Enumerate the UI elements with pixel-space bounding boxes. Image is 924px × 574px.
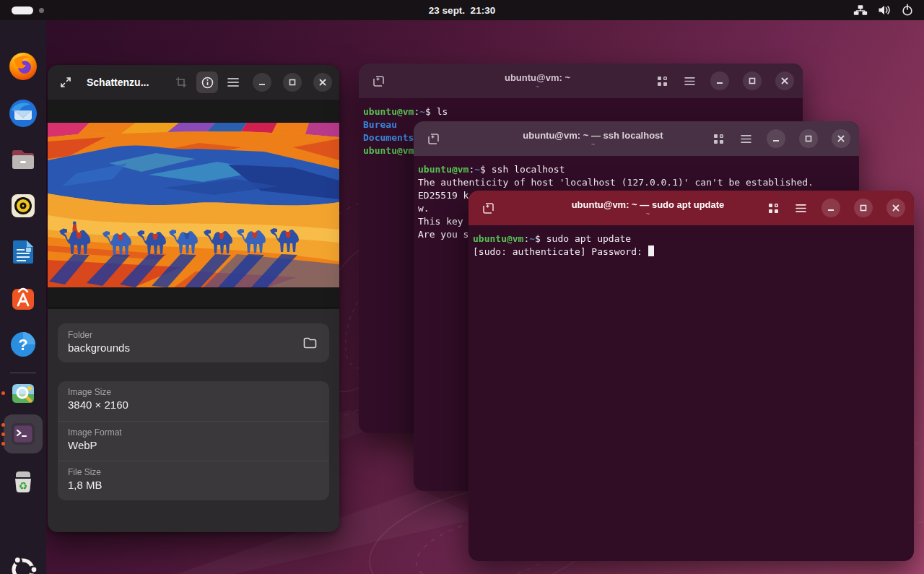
- expand-icon: [60, 77, 71, 88]
- dock-item-show-apps-ubuntu[interactable]: [6, 552, 40, 574]
- terminal-title: ubuntu@vm: ~ — ssh localhost: [523, 130, 663, 141]
- viewer-menu-button[interactable]: [222, 71, 244, 93]
- dock-divider: [10, 373, 36, 373]
- minimize-icon: [716, 77, 723, 84]
- terminal-subtitle: ~: [536, 84, 539, 90]
- dock-item-app-center[interactable]: [6, 281, 40, 316]
- terminal-maximize-button[interactable]: [799, 129, 818, 148]
- close-icon: [319, 79, 326, 86]
- folder-value: backgrounds: [68, 342, 287, 354]
- terminal-title: ubuntu@vm: ~: [505, 72, 570, 83]
- tab-overview-button[interactable]: [762, 197, 784, 219]
- minimize-icon: [258, 79, 266, 86]
- terminal-subtitle: ~: [646, 211, 650, 217]
- libreoffice-writer-icon: [6, 235, 40, 269]
- crop-button-disabled[interactable]: [170, 71, 192, 93]
- image-size-property: Image Size 3840 × 2160: [58, 381, 329, 421]
- grid-icon: [768, 203, 779, 214]
- image-viewer-header[interactable]: Schattenzu...: [48, 65, 339, 100]
- files-icon: [6, 142, 40, 177]
- minimize-icon: [827, 204, 834, 212]
- terminal-title: ubuntu@vm: ~ — sudo apt update: [572, 199, 725, 210]
- tab-overview-button[interactable]: [707, 128, 729, 149]
- viewer-maximize-button[interactable]: [283, 73, 302, 92]
- image-properties-panel: Folder backgrounds Image Size 3840 × 216…: [48, 309, 339, 532]
- console-icon: [6, 417, 40, 451]
- volume-icon[interactable]: [877, 4, 892, 17]
- terminal-output[interactable]: ubuntu@vm:~$ sudo apt update[sudo: authe…: [468, 225, 914, 561]
- tab-overview-button[interactable]: [651, 70, 673, 92]
- terminal-header[interactable]: ubuntu@vm: ~ ~: [359, 64, 803, 98]
- viewer-close-button[interactable]: [313, 73, 332, 92]
- dock-item-files[interactable]: [6, 142, 40, 177]
- dock-item-thunderbird[interactable]: [6, 96, 40, 131]
- terminal-minimize-button[interactable]: [821, 199, 840, 217]
- top-bar: 23 sept. 21:30: [0, 0, 924, 20]
- image-format-value: WebP: [68, 439, 319, 451]
- dock-item-libreoffice-writer[interactable]: [6, 235, 40, 269]
- new-tab-icon: [427, 133, 440, 145]
- terminal-close-button[interactable]: [832, 129, 850, 148]
- ubuntu-desktop: 23 sept. 21:30: [0, 0, 924, 574]
- viewer-minimize-button[interactable]: [253, 73, 271, 92]
- new-tab-icon: [372, 75, 385, 87]
- image-size-value: 3840 × 2160: [68, 399, 319, 411]
- terminal-close-button[interactable]: [886, 199, 905, 217]
- crop-icon: [175, 77, 187, 88]
- dock-item-firefox[interactable]: [6, 49, 40, 84]
- trash-icon: ♻: [6, 464, 40, 498]
- hamburger-menu-icon: [741, 134, 751, 144]
- terminal-maximize-button[interactable]: [743, 71, 762, 90]
- terminal-header[interactable]: ubuntu@vm: ~ — sudo apt update ~: [468, 191, 914, 225]
- svg-text:?: ?: [18, 336, 27, 354]
- terminal-minimize-button[interactable]: [710, 71, 729, 90]
- ubuntu-logo-icon: [6, 552, 40, 574]
- console-running-dot-1: [1, 423, 5, 427]
- image-format-label: Image Format: [68, 427, 319, 438]
- dock-item-help[interactable]: ?: [6, 327, 40, 362]
- file-size-label: File Size: [68, 467, 319, 477]
- dock-item-rhythmbox[interactable]: [6, 188, 40, 223]
- properties-toggle-button[interactable]: [196, 71, 218, 93]
- image-format-property: Image Format WebP: [58, 421, 329, 461]
- terminal-menu-button[interactable]: [679, 70, 700, 92]
- clock[interactable]: 23 sept. 21:30: [0, 5, 924, 16]
- image-viewer-icon: [6, 375, 40, 410]
- dock-item-image-viewer[interactable]: [6, 375, 40, 410]
- console-running-dot-3: [1, 442, 5, 445]
- close-icon: [837, 135, 845, 142]
- file-size-value: 1,8 MB: [68, 479, 319, 491]
- terminal-minimize-button[interactable]: [767, 129, 785, 148]
- dock-item-console[interactable]: [6, 417, 40, 451]
- dock-item-trash[interactable]: ♻: [6, 464, 40, 498]
- image-view-area[interactable]: [48, 100, 339, 308]
- minimize-icon: [772, 135, 780, 142]
- terminal-menu-button[interactable]: [735, 128, 757, 149]
- terminal-header[interactable]: ubuntu@vm: ~ — ssh localhost ~: [414, 121, 859, 156]
- new-tab-button[interactable]: [422, 128, 444, 149]
- thunderbird-icon: [6, 96, 40, 131]
- new-tab-button[interactable]: [477, 197, 499, 219]
- terminal-subtitle: ~: [591, 142, 595, 148]
- close-icon: [892, 204, 899, 212]
- fullscreen-expand-button[interactable]: [55, 71, 77, 93]
- image-viewer-title: Schattenzu...: [87, 77, 149, 88]
- svg-text:♻: ♻: [19, 480, 28, 492]
- terminal-close-button[interactable]: [775, 71, 794, 90]
- system-status-area[interactable]: [853, 0, 914, 20]
- network-icon[interactable]: [853, 4, 868, 17]
- folder-icon: [303, 337, 317, 349]
- image-viewer-running-dot: [1, 391, 5, 395]
- folder-label: Folder: [68, 330, 287, 340]
- image-details-card: Image Size 3840 × 2160 Image Format WebP…: [58, 381, 329, 500]
- image-viewer-window: Schattenzu...: [48, 65, 339, 532]
- terminal-menu-button[interactable]: [790, 197, 811, 219]
- new-tab-button[interactable]: [367, 70, 389, 92]
- terminal-window-sudo-apt-update: ubuntu@vm: ~ — sudo apt update ~: [468, 191, 914, 561]
- app-center-icon: [6, 281, 40, 316]
- power-icon[interactable]: [901, 4, 914, 17]
- terminal-maximize-button[interactable]: [854, 199, 873, 217]
- folder-property: Folder backgrounds: [58, 326, 297, 361]
- open-folder-button[interactable]: [297, 331, 322, 355]
- console-running-dot-2: [1, 432, 5, 436]
